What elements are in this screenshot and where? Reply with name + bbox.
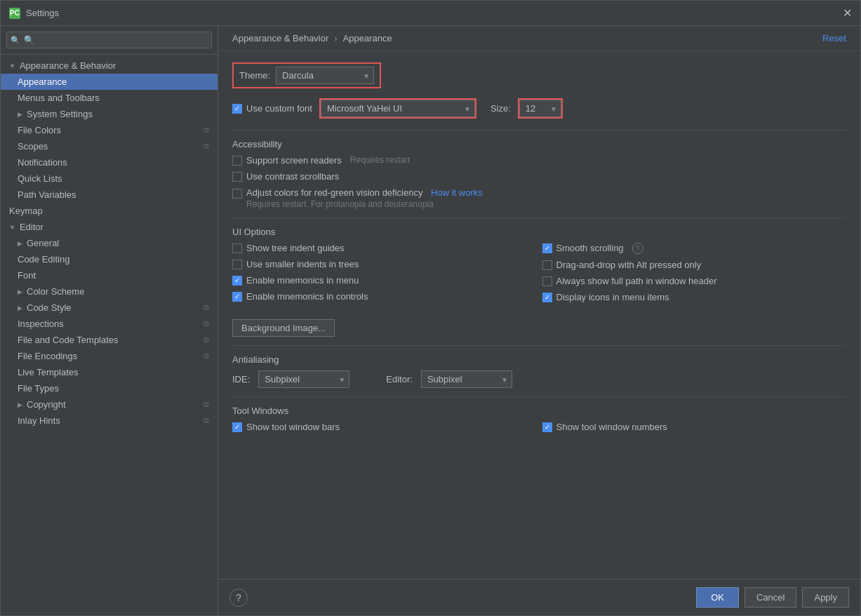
- display-icons-label[interactable]: ✓ Display icons in menu items: [542, 292, 669, 302]
- sidebar-item-appearance-behavior[interactable]: ▼ Appearance & Behavior: [1, 58, 218, 74]
- show-tool-bars-checkbox[interactable]: ✓: [232, 422, 242, 432]
- editor-antialiasing-select-wrapper: Subpixel Grayscale None ▼: [421, 370, 512, 388]
- sidebar-item-general[interactable]: ▶ General: [1, 235, 218, 251]
- ide-antialiasing-label: IDE:: [232, 374, 250, 384]
- mnemonics-controls-label[interactable]: ✓ Enable mnemonics in controls: [232, 291, 368, 302]
- sidebar-item-file-encodings[interactable]: File Encodings ⧉: [1, 348, 218, 364]
- full-path-row: Always show full path in window header: [542, 276, 847, 286]
- background-image-button[interactable]: Background Image...: [232, 319, 335, 337]
- sidebar-label: File Colors: [18, 125, 61, 135]
- contrast-scrollbars-checkbox[interactable]: [232, 172, 242, 182]
- color-vision-content: Adjust colors for red-green vision defic…: [246, 187, 483, 209]
- antialiasing-section: Antialiasing IDE: Subpixel Grayscale Non…: [232, 354, 846, 388]
- size-select-wrapper: 12 10 11 13 14 16 18 ▼: [518, 98, 563, 119]
- smooth-scrolling-label[interactable]: ✓ Smooth scrolling: [542, 243, 624, 253]
- dnd-alt-checkbox[interactable]: [542, 260, 552, 270]
- tool-windows-left: ✓ Show tool window bars: [232, 422, 537, 438]
- sidebar-label: Copyright: [27, 399, 66, 410]
- sidebar-label: Color Scheme: [27, 286, 84, 297]
- show-tool-bars-label[interactable]: ✓ Show tool window bars: [232, 422, 340, 432]
- settings-content: Theme: Darcula IntelliJ Light High Contr…: [218, 51, 860, 579]
- display-icons-checkbox[interactable]: ✓: [542, 293, 552, 302]
- mnemonics-menu-row: ✓ Enable mnemonics in menu: [232, 275, 537, 286]
- show-tool-numbers-label[interactable]: ✓ Show tool window numbers: [542, 422, 667, 432]
- editor-antialiasing-label: Editor:: [386, 374, 413, 384]
- main-panel: Appearance & Behavior › Appearance Reset…: [218, 26, 860, 615]
- settings-window: PC Settings ✕ 🔍 ▼ Appearance & Behavior: [0, 0, 861, 616]
- search-input[interactable]: [6, 32, 212, 48]
- sidebar-item-file-code-templates[interactable]: File and Code Templates ⧉: [1, 332, 218, 348]
- bottom-bar: ? OK Cancel Apply: [218, 579, 860, 615]
- tree-indent-label[interactable]: Show tree indent guides: [232, 243, 344, 253]
- sidebar-item-live-templates[interactable]: Live Templates: [1, 364, 218, 380]
- tool-windows-grid: ✓ Show tool window bars ✓ Show tool wind…: [232, 422, 846, 438]
- use-custom-font-label[interactable]: ✓ Use custom font: [232, 103, 312, 114]
- smaller-indents-checkbox[interactable]: [232, 260, 242, 269]
- mnemonics-menu-label[interactable]: ✓ Enable mnemonics in menu: [232, 275, 359, 286]
- sidebar-label: Menus and Toolbars: [18, 93, 100, 103]
- apply-button[interactable]: Apply: [802, 587, 849, 608]
- tree-indent-checkbox[interactable]: [232, 243, 242, 253]
- copy-icon: ⧉: [203, 400, 209, 409]
- sidebar-list: ▼ Appearance & Behavior Appearance Menus…: [1, 55, 218, 615]
- font-select[interactable]: Microsoft YaHei UI Arial Consolas Segoe …: [321, 100, 475, 117]
- ui-options-title: UI Options: [232, 227, 846, 237]
- cancel-button[interactable]: Cancel: [745, 587, 796, 608]
- use-custom-font-checkbox[interactable]: ✓: [232, 104, 242, 114]
- sidebar-item-scopes[interactable]: Scopes ⧉: [1, 138, 218, 154]
- ui-options-left: Show tree indent guides Use smaller inde…: [232, 243, 537, 308]
- sidebar-item-inspections[interactable]: Inspections ⧉: [1, 316, 218, 332]
- smaller-indents-label[interactable]: Use smaller indents in trees: [232, 259, 359, 269]
- sidebar-item-menus-toolbars[interactable]: Menus and Toolbars: [1, 90, 218, 106]
- sidebar-item-keymap[interactable]: Keymap: [1, 203, 218, 219]
- sidebar-item-quick-lists[interactable]: Quick Lists: [1, 170, 218, 187]
- sidebar-label: Code Editing: [18, 254, 69, 265]
- sidebar-item-inlay-hints[interactable]: Inlay Hints ⧉: [1, 413, 218, 429]
- sidebar-item-system-settings[interactable]: ▶ System Settings: [1, 106, 218, 122]
- contrast-scrollbars-label[interactable]: Use contrast scrollbars: [232, 171, 339, 182]
- ok-button[interactable]: OK: [696, 587, 739, 608]
- ide-antialiasing-select[interactable]: Subpixel Grayscale None: [258, 370, 349, 388]
- screen-readers-checkbox[interactable]: [232, 156, 242, 166]
- mnemonics-menu-checkbox[interactable]: ✓: [232, 276, 242, 286]
- ui-options-grid: Show tree indent guides Use smaller inde…: [232, 243, 846, 308]
- sidebar-item-font[interactable]: Font: [1, 267, 218, 283]
- color-vision-text: Adjust colors for red-green vision defic…: [246, 187, 422, 198]
- theme-select[interactable]: Darcula IntelliJ Light High Contrast: [276, 67, 374, 84]
- color-vision-checkbox[interactable]: [232, 189, 242, 199]
- reset-button[interactable]: Reset: [822, 33, 846, 43]
- color-vision-label[interactable]: Adjust colors for red-green vision defic…: [232, 187, 483, 209]
- smooth-scrolling-help-icon[interactable]: ?: [632, 243, 643, 254]
- dnd-alt-label[interactable]: Drag-and-drop with Alt pressed only: [542, 260, 702, 270]
- sidebar-item-code-style[interactable]: ▶ Code Style ⧉: [1, 300, 218, 316]
- contrast-scrollbars-text: Use contrast scrollbars: [246, 171, 339, 182]
- sidebar-item-editor[interactable]: ▼ Editor: [1, 219, 218, 235]
- sidebar-item-code-editing[interactable]: Code Editing: [1, 251, 218, 267]
- close-button[interactable]: ✕: [843, 6, 852, 20]
- sidebar-item-appearance[interactable]: Appearance: [1, 74, 218, 90]
- full-path-checkbox[interactable]: [542, 276, 552, 286]
- expand-icon: ▼: [9, 62, 15, 69]
- sidebar-item-path-variables[interactable]: Path Variables: [1, 187, 218, 203]
- theme-select-wrapper: Darcula IntelliJ Light High Contrast ▼: [276, 67, 374, 84]
- editor-antialiasing-select[interactable]: Subpixel Grayscale None: [421, 370, 512, 388]
- smooth-scrolling-row: ✓ Smooth scrolling ?: [542, 243, 847, 254]
- sidebar-item-file-types[interactable]: File Types: [1, 380, 218, 396]
- checkmark-icon: ✓: [234, 423, 240, 431]
- mnemonics-controls-checkbox[interactable]: ✓: [232, 292, 242, 302]
- mnemonics-controls-row: ✓ Enable mnemonics in controls: [232, 291, 537, 302]
- sidebar-label: Editor: [20, 222, 44, 232]
- show-tool-numbers-checkbox[interactable]: ✓: [542, 422, 552, 432]
- sidebar-item-copyright[interactable]: ▶ Copyright ⧉: [1, 396, 218, 413]
- sidebar-item-file-colors[interactable]: File Colors ⧉: [1, 122, 218, 138]
- full-path-label[interactable]: Always show full path in window header: [542, 276, 717, 286]
- divider-4: [232, 396, 846, 397]
- checkmark-icon: ✓: [545, 244, 550, 252]
- how-it-works-link[interactable]: How it works: [431, 187, 483, 198]
- smooth-scrolling-checkbox[interactable]: ✓: [542, 243, 552, 253]
- help-button[interactable]: ?: [229, 589, 248, 607]
- sidebar-item-notifications[interactable]: Notifications: [1, 154, 218, 170]
- screen-readers-label[interactable]: Support screen readers: [232, 155, 342, 166]
- size-select[interactable]: 12 10 11 13 14 16 18: [519, 100, 561, 117]
- sidebar-item-color-scheme[interactable]: ▶ Color Scheme: [1, 283, 218, 300]
